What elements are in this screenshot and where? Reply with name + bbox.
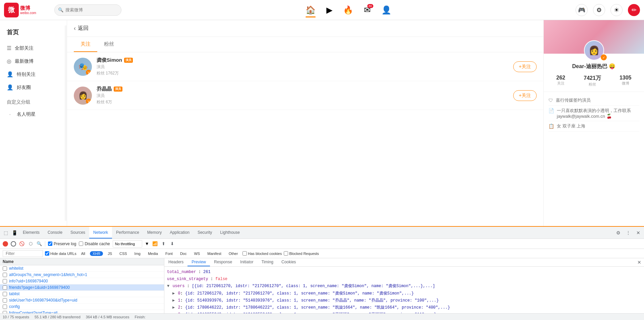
game-button[interactable]: 🎮 [576, 4, 588, 16]
clear-btn[interactable]: 🚫 [19, 241, 25, 247]
sidebar-item-all-follow[interactable]: ☰ 全部关注 [0, 42, 67, 55]
profile-info-tags: 📋 女 双子座 上海 [548, 121, 639, 131]
request-item-1[interactable]: allGroups?is_new_segment=1&fetch_hot=1 [0, 272, 164, 278]
tab-network[interactable]: Network [89, 227, 112, 238]
back-header[interactable]: ‹ 返回 [67, 20, 543, 37]
request-checkbox-6[interactable] [3, 305, 7, 309]
request-checkbox-1[interactable] [3, 273, 7, 277]
record-btn[interactable] [3, 241, 8, 247]
filter-doc[interactable]: Doc [177, 251, 190, 256]
devtools-settings-icon[interactable]: ⚙ [614, 228, 623, 237]
request-checkbox-7[interactable] [3, 311, 7, 314]
search-btn[interactable]: 🔍 [36, 241, 42, 247]
filter-ws[interactable]: WS [191, 251, 203, 256]
sidebar-item-celebrities[interactable]: • 名人明星 [0, 108, 67, 121]
filter-manifest[interactable]: Manifest [205, 251, 224, 256]
json-line-users: ▼ users : [{id: 2172061270, idstr: "2172… [167, 283, 641, 290]
follow-btn-0[interactable]: +关注 [513, 61, 537, 72]
request-item-2[interactable]: info?uid=1669879400 [0, 278, 164, 284]
sidebar-item-friends[interactable]: 👤 好友圈 [0, 81, 67, 94]
sidebar-item-latest[interactable]: ◎ 最新微博 [0, 55, 67, 68]
preview-close-btn[interactable]: ✕ [636, 259, 643, 266]
filter-media[interactable]: Media [145, 251, 161, 256]
tab-security[interactable]: Security [194, 227, 216, 238]
filter-css[interactable]: CSS [117, 251, 130, 256]
preview-tab-response[interactable]: Response [210, 258, 236, 266]
tab-sources[interactable]: Sources [66, 227, 89, 238]
stat-weibo: 1305 微博 [620, 75, 632, 87]
follow-btn-1[interactable]: +关注 [513, 90, 537, 101]
request-item-3[interactable]: friends?page=1&uid=1669879400 [0, 284, 164, 291]
settings-button[interactable]: ⚙ [593, 4, 605, 16]
status-requests: 10 / 75 requests [3, 315, 29, 319]
filter-img[interactable]: Img [132, 251, 143, 256]
disable-cache-checkbox[interactable]: Disable cache [79, 242, 110, 246]
nav-profile[interactable]: 👤 [381, 5, 391, 15]
preview-tab-initiator[interactable]: Initiator [236, 258, 257, 266]
tab-console[interactable]: Console [44, 227, 66, 238]
name-badge-0: 演员 [124, 58, 133, 63]
request-checkbox-2[interactable] [3, 279, 7, 283]
devtools-close-icon[interactable]: ✕ [634, 228, 643, 237]
compose-button[interactable]: ✏ [628, 4, 640, 16]
request-checkbox-4[interactable] [3, 292, 7, 296]
stat-fans: 7421万 粉丝 [584, 75, 601, 87]
follow-name-0: 龚俊Simon 演员 [97, 57, 508, 63]
request-checkbox-5[interactable] [3, 298, 7, 303]
tab-performance[interactable]: Performance [112, 227, 143, 238]
nav-messages[interactable]: ✉ 80 [364, 5, 371, 15]
dot-icon: • [7, 113, 13, 116]
upload-icon[interactable]: ⬆ [161, 241, 167, 247]
request-item-4[interactable]: tablist [0, 291, 164, 297]
request-item-5[interactable]: sideUser?id=1669879400&idType=uid [0, 297, 164, 304]
filter-font[interactable]: Font [163, 251, 175, 256]
active-indicator [306, 16, 316, 17]
sidebar-item-special[interactable]: 👤 特别关注 [0, 68, 67, 81]
json-item: ▶ 2: {id: 1780646222, idstr: "1780646222… [167, 304, 641, 311]
request-name-7: followContent?sortType=all [9, 311, 161, 313]
tab-lighthouse[interactable]: Lighthouse [216, 227, 244, 238]
wifi-icon[interactable]: 📶 [152, 241, 158, 247]
filter-other[interactable]: Other [226, 251, 241, 256]
devtools-more-icon[interactable]: ⋮ [624, 228, 633, 237]
preview-tab-preview[interactable]: Preview [187, 258, 210, 266]
tab-follow[interactable]: 关注 [74, 37, 97, 52]
preview-tab-cookies[interactable]: Cookies [277, 258, 300, 266]
logo-text: 微博 weibo.com [20, 5, 36, 15]
filter-js[interactable]: JS [105, 251, 115, 256]
filter-all[interactable]: All [78, 251, 88, 256]
inspect-icon[interactable]: ⬚ [1, 228, 10, 237]
nav-video[interactable]: ▶ [326, 5, 332, 15]
request-item-0[interactable]: whitelist [0, 265, 164, 272]
request-checkbox-0[interactable] [3, 266, 7, 271]
preview-tab-timing[interactable]: Timing [257, 258, 277, 266]
throttle-select[interactable]: No throttling [113, 240, 142, 248]
stat-follow-num: 262 [556, 75, 566, 81]
theme-button[interactable]: ☀ [610, 4, 623, 16]
search-bar[interactable]: 🔍 [54, 4, 121, 16]
status-finish: Finish: [135, 315, 145, 319]
request-item-7[interactable]: followContent?sortType=all [0, 310, 164, 313]
blocked-cookies-checkbox[interactable]: Has blocked cookies [243, 251, 282, 256]
blocked-requests-checkbox[interactable]: Blocked Requests [284, 251, 319, 256]
tab-application[interactable]: Application [166, 227, 194, 238]
tab-fans[interactable]: 粉丝 [97, 37, 121, 52]
nav-home[interactable]: 🏠 [306, 5, 316, 15]
sidebar-custom-item-label: 名人明星 [17, 111, 36, 117]
hide-data-urls-checkbox[interactable]: Hide data URLs [45, 251, 76, 256]
preview-tab-headers[interactable]: Headers [164, 258, 187, 266]
tab-memory[interactable]: Memory [143, 227, 166, 238]
request-item-6[interactable]: config [0, 304, 164, 310]
stop-btn[interactable] [11, 241, 16, 247]
request-checkbox-3[interactable] [3, 285, 7, 290]
nav-hot[interactable]: 🔥 [343, 5, 353, 15]
search-input[interactable] [65, 7, 118, 12]
device-icon[interactable]: 📱 [10, 228, 19, 237]
filter-btn[interactable]: ⬡ [28, 241, 34, 247]
filter-input[interactable] [3, 250, 43, 257]
person-icon: 👤 [381, 5, 391, 15]
download-icon[interactable]: ⬇ [169, 241, 175, 247]
preserve-log-checkbox[interactable]: Preserve log [48, 242, 76, 246]
tab-elements[interactable]: Elements [19, 227, 44, 238]
filter-xhr[interactable]: XHR [90, 251, 103, 256]
